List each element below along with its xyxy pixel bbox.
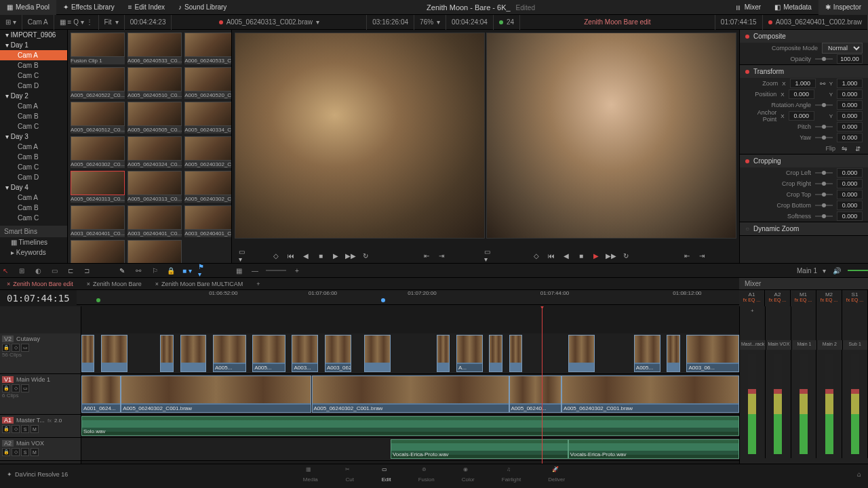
a2-header[interactable]: A2Main VOX 🔒◇SM xyxy=(0,438,81,461)
marker-green[interactable] xyxy=(96,298,100,302)
pitch-field[interactable] xyxy=(837,122,863,131)
tab-add[interactable]: + xyxy=(250,279,267,289)
clip-v1-1[interactable]: A001_0624... xyxy=(81,375,121,413)
bin-day3[interactable]: ▾ Day 3 xyxy=(0,131,67,142)
cropping-header[interactable]: Cropping xyxy=(740,155,868,167)
thumb-1[interactable]: A006_06240533_C0... xyxy=(127,33,182,64)
nav-fusion[interactable]: ⊚Fusion xyxy=(418,466,435,483)
clip-v1-3[interactable]: A005_06240302_C001.braw xyxy=(312,375,509,413)
ct-field[interactable] xyxy=(837,190,863,199)
timeline-ruler[interactable]: 01:06:52:00 01:07:06:00 01:07:20:00 01:0… xyxy=(77,290,739,305)
pool-tools[interactable]: ▦ ≡ Q ▾ ⋮ xyxy=(54,15,99,30)
metadata-btn[interactable]: ◧Metadata xyxy=(768,0,818,15)
v2-lock[interactable]: 🔒 xyxy=(2,344,10,352)
clip-v2-16[interactable] xyxy=(667,335,679,372)
thumb-2[interactable]: A006_06240533_C0... xyxy=(184,33,232,64)
mixer-btn[interactable]: ⫼Mixer xyxy=(728,0,768,15)
media-pool-btn[interactable]: ▦Media Pool xyxy=(0,0,56,15)
rec-out[interactable]: ⇥ xyxy=(697,251,707,260)
rec-prev[interactable]: ⏮ xyxy=(547,251,556,260)
flip-h-icon[interactable]: ⇋ xyxy=(840,144,849,153)
zoom-out-icon[interactable]: — xyxy=(250,265,260,276)
nav-deliver[interactable]: 🚀Deliver xyxy=(548,466,565,483)
src-clip-name[interactable]: A005_06240313_C002.braw ▾ xyxy=(172,15,367,30)
a2-auto[interactable]: ◇ xyxy=(12,448,20,456)
timeline-tracks[interactable]: A005... A005... A003... A003_062403... A… xyxy=(81,306,739,464)
bin-d2c[interactable]: Cam C xyxy=(0,121,67,131)
vol-icon[interactable]: 🔊 xyxy=(831,265,842,276)
rec-play[interactable]: ▶ xyxy=(591,251,601,260)
edit-index-btn[interactable]: ≡Edit Index xyxy=(121,0,172,15)
fit-dropdown[interactable]: Fit ▾ xyxy=(99,15,125,30)
razor-icon[interactable]: ✎ xyxy=(117,265,127,276)
bin-camd[interactable]: Cam D xyxy=(0,81,67,91)
bin-day4[interactable]: ▾ Day 4 xyxy=(0,182,67,192)
tab-3[interactable]: × Zenith Moon Bare MULTICAM xyxy=(149,279,250,289)
fader-a2[interactable] xyxy=(766,350,791,458)
ct-slider[interactable] xyxy=(815,194,833,195)
bin-camb[interactable]: Cam B xyxy=(0,60,67,70)
mx-slot-m2[interactable] xyxy=(816,306,842,340)
cl-slider[interactable] xyxy=(815,172,833,174)
sb-keywords[interactable]: ▸ Keywords xyxy=(0,247,67,258)
link-icon[interactable]: ⚯ xyxy=(820,80,825,87)
bin-import[interactable]: ▾ IMPORT_0906 xyxy=(0,30,67,40)
clip-a1[interactable]: Solo.wav xyxy=(81,416,739,436)
src-out[interactable]: ⇥ xyxy=(437,251,446,260)
a1-mute[interactable]: M xyxy=(31,425,39,433)
src-stop[interactable]: ■ xyxy=(316,251,326,260)
marker-blue-1[interactable] xyxy=(381,298,385,302)
v2-header[interactable]: V2Cutaway 🔒◇▭ 56 Clips xyxy=(0,333,81,374)
nav-media[interactable]: ▦Media xyxy=(303,466,318,483)
effects-lib-btn[interactable]: ✦Effects Library xyxy=(56,0,121,15)
v1-disable[interactable]: ▭ xyxy=(21,384,29,392)
a2-lock[interactable]: 🔒 xyxy=(2,448,10,456)
clip-v2-5[interactable]: A005... xyxy=(213,335,246,372)
blade-tool[interactable]: ▭ xyxy=(49,265,60,276)
bin-day1[interactable]: ▾ Day 1 xyxy=(0,40,67,50)
src-prev-edit[interactable]: ⏮ xyxy=(286,251,296,260)
clip-v2-14[interactable] xyxy=(568,335,595,372)
mixer-main-label[interactable]: Main 1 xyxy=(797,267,817,274)
thumb-19[interactable] xyxy=(127,240,182,263)
thumb-7[interactable]: A005_06240505_C0... xyxy=(127,102,182,134)
bin-d4b[interactable]: Cam B xyxy=(0,203,67,213)
flag-icon[interactable]: ⚐ xyxy=(149,265,160,276)
rot-field[interactable] xyxy=(837,100,863,110)
nav-color[interactable]: ◉Color xyxy=(462,466,475,483)
clip-v2-2[interactable] xyxy=(101,335,127,372)
transform-header[interactable]: Transform xyxy=(740,65,868,78)
tab-2[interactable]: × Zenith Moon Bare xyxy=(80,279,149,289)
v1-lock[interactable]: 🔒 xyxy=(2,384,10,392)
arrow-tool[interactable]: ↖ xyxy=(0,265,11,276)
clip-v2-1[interactable] xyxy=(81,335,94,372)
cb-slider[interactable] xyxy=(815,205,833,206)
zoom-y[interactable] xyxy=(837,79,863,88)
src-match-frame[interactable]: ◇ xyxy=(271,251,281,260)
bin-day2[interactable]: ▾ Day 2 xyxy=(0,91,67,101)
nav-fairlight[interactable]: ♫Fairlight xyxy=(502,466,521,483)
record-viewer[interactable] xyxy=(486,33,736,239)
vol-slider[interactable] xyxy=(848,270,868,271)
clip-v1-2[interactable]: A005_06240302_C001.braw xyxy=(121,375,311,413)
bin-cama[interactable]: Cam A xyxy=(0,50,67,60)
fader-a1[interactable] xyxy=(740,350,766,458)
bin-d3c[interactable]: Cam C xyxy=(0,162,67,172)
clip-v2-7[interactable]: A003... xyxy=(292,335,318,372)
clip-v2-4[interactable] xyxy=(180,335,207,372)
lock-icon[interactable]: 🔒 xyxy=(165,265,176,276)
pitch-slider[interactable] xyxy=(815,126,833,127)
opacity-slider[interactable] xyxy=(815,58,833,60)
zoom-pct[interactable]: 76% ▾ xyxy=(414,15,446,30)
clip-v2-6[interactable]: A005... xyxy=(252,335,285,372)
thumb-9[interactable]: A005_06240302_C0... xyxy=(71,136,125,168)
rec-stop[interactable]: ■ xyxy=(576,251,586,260)
snap-icon[interactable]: ▦ xyxy=(233,265,244,276)
clip-v2-8[interactable]: A003_062403... xyxy=(325,335,351,372)
dynzoom-header[interactable]: ○Dynamic Zoom xyxy=(740,222,868,235)
clip-v1-4[interactable]: A005_06240... xyxy=(509,375,562,413)
flip-v-icon[interactable]: ⇵ xyxy=(853,144,863,153)
rec-loop[interactable]: ↻ xyxy=(621,251,631,260)
thumb-0[interactable]: Fusion Clip 1 xyxy=(71,33,125,64)
a2-solo[interactable]: S xyxy=(21,448,29,456)
